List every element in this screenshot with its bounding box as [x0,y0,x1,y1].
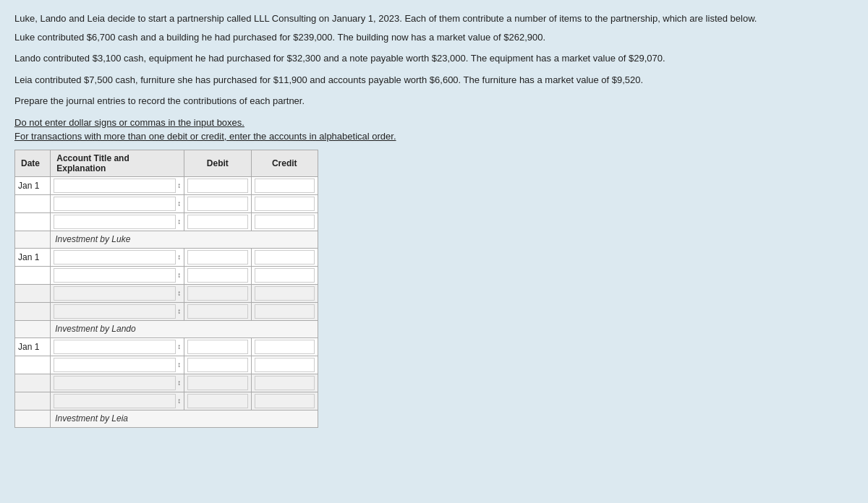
lando-label: Investment by Lando [51,320,318,338]
account-input-leia-1[interactable] [54,340,176,354]
dropdown-arrows-lando-3[interactable]: ↕ [177,289,181,297]
debit-input-leia-2[interactable] [187,358,247,372]
dropdown-arrows-luke-3[interactable]: ↕ [177,218,181,225]
header-date: Date [15,150,51,176]
desc-line3: Lando contributed $3,100 cash, equipment… [14,51,854,66]
credit-cell-lando-4[interactable] [251,302,318,320]
credit-input-lando-4[interactable] [255,304,315,319]
dropdown-arrows-leia-3[interactable]: ↕ [177,379,181,387]
debit-cell-luke-2[interactable] [184,194,251,212]
account-cell-leia-4[interactable]: ↕ [51,392,184,410]
credit-input-leia-1[interactable] [255,340,315,354]
table-row: Jan 1 ↕ [15,248,318,266]
dropdown-arrows-leia-1[interactable]: ↕ [177,343,181,351]
debit-cell-leia-3[interactable] [184,374,251,392]
credit-cell-leia-4[interactable] [251,392,318,410]
credit-input-lando-1[interactable] [255,250,315,265]
lando-label-date [15,320,51,338]
account-input-leia-4[interactable] [54,394,176,408]
table-row shaded-row: ↕ [15,302,318,320]
debit-cell-luke-1[interactable] [184,176,251,194]
debit-cell-lando-2[interactable] [184,266,251,284]
luke-label-date [15,231,51,248]
credit-cell-leia-3[interactable] [251,374,318,392]
account-input-lando-1[interactable] [54,250,176,265]
debit-input-lando-2[interactable] [187,268,247,283]
debit-cell-leia-2[interactable] [184,356,251,374]
credit-input-luke-2[interactable] [255,197,315,211]
table-row shaded-row: ↕ [15,374,318,392]
dropdown-arrows-lando-4[interactable]: ↕ [177,307,181,315]
credit-cell-leia-2[interactable] [251,356,318,374]
debit-input-luke-2[interactable] [187,197,247,211]
date-cell-leia-3 [15,374,51,392]
account-cell-luke-3[interactable]: ↕ [51,212,184,231]
dropdown-arrows-lando-2[interactable]: ↕ [177,271,181,279]
table-row: ↕ [15,266,318,284]
dropdown-arrows-leia-4[interactable]: ↕ [177,397,181,405]
account-cell-luke-2[interactable]: ↕ [51,194,184,212]
account-input-luke-2[interactable] [54,197,176,211]
debit-cell-lando-4[interactable] [184,302,251,320]
debit-cell-leia-1[interactable] [184,338,251,356]
date-cell-leia-4 [15,392,51,410]
account-input-lando-4[interactable] [54,304,176,319]
credit-input-leia-4[interactable] [255,394,315,408]
debit-input-lando-3[interactable] [187,286,247,301]
leia-label: Investment by Leia [51,410,318,427]
debit-input-luke-1[interactable] [187,179,247,193]
header-credit: Credit [251,150,318,176]
debit-cell-leia-4[interactable] [184,392,251,410]
credit-cell-lando-2[interactable] [251,266,318,284]
credit-cell-luke-1[interactable] [251,176,318,194]
account-cell-leia-3[interactable]: ↕ [51,374,184,392]
debit-input-lando-1[interactable] [187,250,247,265]
date-cell-lando-3 [15,284,51,302]
credit-input-luke-1[interactable] [255,179,315,193]
dropdown-arrows-leia-2[interactable]: ↕ [177,361,181,369]
dropdown-arrows-luke-2[interactable]: ↕ [177,199,181,207]
credit-cell-lando-3[interactable] [251,284,318,302]
account-input-leia-2[interactable] [54,358,176,372]
date-cell-lando-4 [15,302,51,320]
account-cell-leia-1[interactable]: ↕ [51,338,184,356]
desc-line4: Leia contributed $7,500 cash, furniture … [14,73,854,87]
debit-cell-lando-1[interactable] [184,248,251,266]
debit-input-lando-4[interactable] [187,304,247,319]
desc-line1: Luke, Lando and Leia decide to start a p… [14,12,854,26]
account-cell-lando-4[interactable]: ↕ [51,302,184,320]
credit-cell-lando-1[interactable] [251,248,318,266]
credit-input-lando-2[interactable] [255,268,315,283]
credit-input-leia-2[interactable] [255,358,315,372]
debit-cell-lando-3[interactable] [184,284,251,302]
debit-input-leia-1[interactable] [187,340,247,354]
date-cell-luke-1: Jan 1 [15,176,51,194]
account-input-leia-3[interactable] [54,376,176,390]
dropdown-arrows-lando-1[interactable]: ↕ [177,253,181,261]
account-input-luke-1[interactable] [54,179,176,193]
debit-cell-luke-3[interactable] [184,212,251,231]
credit-input-luke-3[interactable] [255,215,315,229]
table-row: ↕ [15,356,318,374]
account-cell-lando-2[interactable]: ↕ [51,266,184,284]
account-cell-lando-1[interactable]: ↕ [51,248,184,266]
description-block: Luke, Lando and Leia decide to start a p… [14,12,854,144]
debit-input-leia-4[interactable] [187,394,247,408]
account-input-lando-2[interactable] [54,268,176,283]
credit-cell-luke-2[interactable] [251,194,318,212]
debit-input-leia-3[interactable] [187,376,247,390]
luke-label-row: Investment by Luke [15,231,318,248]
account-cell-lando-3[interactable]: ↕ [51,284,184,302]
account-cell-luke-1[interactable]: ↕ [51,176,184,194]
leia-label-row: Investment by Leia [15,410,318,427]
credit-input-leia-3[interactable] [255,376,315,390]
credit-cell-leia-1[interactable] [251,338,318,356]
dropdown-arrows-luke-1[interactable]: ↕ [177,181,181,189]
account-input-luke-3[interactable] [54,215,176,229]
debit-input-luke-3[interactable] [187,215,247,229]
date-cell-lando-2 [15,266,51,284]
credit-input-lando-3[interactable] [255,286,315,301]
account-cell-leia-2[interactable]: ↕ [51,356,184,374]
account-input-lando-3[interactable] [54,286,176,301]
credit-cell-luke-3[interactable] [251,212,318,231]
